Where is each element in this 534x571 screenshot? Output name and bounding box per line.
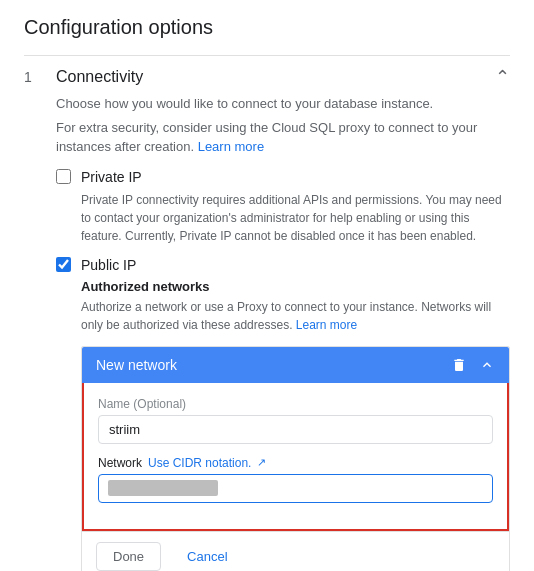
public-ip-row: Public IP (56, 257, 510, 273)
authorized-networks-desc: Authorize a network or use a Proxy to co… (81, 298, 510, 334)
network-card-actions (451, 357, 495, 373)
card-footer: Done Cancel (82, 531, 509, 572)
private-ip-row: Private IP (56, 169, 510, 185)
learn-more-link[interactable]: Learn more (198, 139, 264, 154)
external-link-icon: ↗ (257, 456, 266, 469)
cidr-link[interactable]: Use CIDR notation. (148, 456, 251, 470)
network-card-body: Name (Optional) Network Use CIDR notatio… (82, 383, 509, 531)
trash-icon (451, 357, 467, 373)
authorized-networks-section: Authorized networks Authorize a network … (56, 279, 510, 572)
public-ip-section: Public IP Authorized networks Authorize … (56, 257, 510, 572)
name-field-group: Name (Optional) (98, 397, 493, 444)
section-desc2: For extra security, consider using the C… (56, 118, 510, 157)
network-card: New network (81, 346, 510, 572)
connectivity-section: 1 Connectivity ⌃ Choose how you would li… (24, 68, 510, 571)
page-title: Configuration options (24, 16, 510, 39)
public-ip-label[interactable]: Public IP (81, 257, 136, 273)
chevron-up-card-icon (479, 357, 495, 373)
network-label-row: Network Use CIDR notation. ↗ (98, 456, 493, 470)
network-input[interactable] (98, 474, 493, 503)
network-card-title: New network (96, 357, 177, 373)
section-title: Connectivity (56, 68, 143, 86)
collapse-network-button[interactable] (479, 357, 495, 373)
done-button[interactable]: Done (96, 542, 161, 571)
learn-more-link-2[interactable]: Learn more (296, 318, 357, 332)
section-divider (24, 55, 510, 56)
section-desc1: Choose how you would like to connect to … (56, 94, 510, 114)
section-header-left: 1 Connectivity (24, 68, 143, 86)
name-input[interactable] (98, 415, 493, 444)
name-field-label: Name (Optional) (98, 397, 493, 411)
private-ip-label[interactable]: Private IP (81, 169, 142, 185)
network-label: Network (98, 456, 142, 470)
authorized-networks-title: Authorized networks (81, 279, 510, 294)
public-ip-checkbox[interactable] (56, 257, 71, 272)
network-card-header: New network (82, 347, 509, 383)
delete-network-button[interactable] (451, 357, 467, 373)
cancel-button[interactable]: Cancel (171, 543, 243, 570)
chevron-up-icon[interactable]: ⌃ (495, 68, 510, 86)
network-field-group: Network Use CIDR notation. ↗ (98, 456, 493, 503)
section-header: 1 Connectivity ⌃ (24, 68, 510, 86)
network-input-wrapper (98, 474, 493, 503)
private-ip-desc: Private IP connectivity requires additio… (81, 191, 510, 245)
private-ip-checkbox[interactable] (56, 169, 71, 184)
section-number: 1 (24, 69, 40, 85)
options-area: Private IP Private IP connectivity requi… (56, 169, 510, 572)
